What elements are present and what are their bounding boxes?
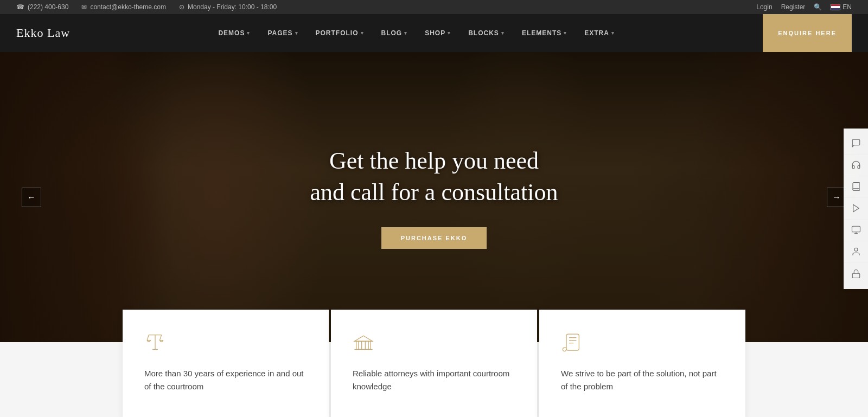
topbar: ☎ (222) 400-630 ✉ contact@ekko-theme.com… xyxy=(0,0,868,14)
scale-icon xyxy=(144,331,307,356)
svg-point-22 xyxy=(854,248,858,251)
sidebar-book-icon[interactable] xyxy=(844,176,868,198)
nav-blog[interactable]: BLOG ▾ xyxy=(374,14,416,52)
feature-text-attorneys: Reliable attorneys with important courtr… xyxy=(353,367,515,393)
nav-demos[interactable]: DEMOS ▾ xyxy=(210,14,258,52)
features-grid: More than 30 years of experience in and … xyxy=(0,342,868,417)
site-logo[interactable]: Ekko Law xyxy=(16,26,70,40)
sidebar-chat-icon[interactable] xyxy=(844,133,868,155)
topbar-right: Login Register 🔍 EN xyxy=(756,3,852,11)
header: Ekko Law DEMOS ▾ PAGES ▾ PORTFOLIO ▾ BLO… xyxy=(0,14,868,52)
phone-info: ☎ (222) 400-630 xyxy=(16,3,68,11)
chevron-down-icon: ▾ xyxy=(564,30,567,36)
hours-info: ⊙ Monday - Friday: 10:00 - 18:00 xyxy=(179,3,277,11)
hero-cta-button[interactable]: PURCHASE EKKO xyxy=(381,227,487,249)
sidebar-icons-panel xyxy=(844,129,868,289)
svg-line-2 xyxy=(147,335,149,341)
nav-elements[interactable]: ELEMENTS ▾ xyxy=(514,14,575,52)
svg-rect-19 xyxy=(852,226,860,232)
chevron-down-icon: ▾ xyxy=(404,30,407,36)
chevron-down-icon: ▾ xyxy=(448,30,451,36)
feature-text-solution: We strive to be part of the solution, no… xyxy=(561,367,724,393)
sidebar-headset-icon[interactable] xyxy=(844,155,868,176)
hero-section: ← Get the help you need and call for a c… xyxy=(0,52,868,342)
feature-text-experience: More than 30 years of experience in and … xyxy=(144,367,307,393)
hero-content: Get the help you need and call for a con… xyxy=(310,145,558,248)
search-icon[interactable]: 🔍 xyxy=(814,3,822,11)
feature-card-experience: More than 30 years of experience in and … xyxy=(123,310,329,417)
flag-icon xyxy=(831,4,840,10)
clock-icon: ⊙ xyxy=(179,3,184,11)
phone-number: (222) 400-630 xyxy=(28,3,68,11)
enquire-button[interactable]: ENQUIRE HERE xyxy=(763,14,852,52)
svg-rect-23 xyxy=(852,273,860,278)
language-label: EN xyxy=(843,3,852,11)
chevron-down-icon: ▾ xyxy=(611,30,615,36)
sidebar-monitor-icon[interactable] xyxy=(844,220,868,241)
main-nav: DEMOS ▾ PAGES ▾ PORTFOLIO ▾ BLOG ▾ SHOP … xyxy=(70,14,763,52)
svg-marker-13 xyxy=(354,336,372,341)
register-link[interactable]: Register xyxy=(781,3,806,11)
mail-icon: ✉ xyxy=(81,3,87,11)
arrow-left-icon: ← xyxy=(27,193,36,202)
hero-title: Get the help you need and call for a con… xyxy=(310,145,558,207)
nav-extra[interactable]: EXTRA ▾ xyxy=(577,14,622,52)
email-address: contact@ekko-theme.com xyxy=(90,3,166,11)
feature-card-attorneys: Reliable attorneys with important courtr… xyxy=(331,310,537,417)
nav-pages[interactable]: PAGES ▾ xyxy=(260,14,305,52)
chevron-down-icon: ▾ xyxy=(247,30,250,36)
sidebar-user-icon[interactable] xyxy=(844,241,868,263)
feature-card-solution: We strive to be part of the solution, no… xyxy=(539,310,745,417)
scroll-icon xyxy=(561,331,724,356)
chevron-down-icon: ▾ xyxy=(361,30,364,36)
sidebar-lock-icon[interactable] xyxy=(844,263,868,285)
svg-marker-18 xyxy=(853,204,859,212)
chevron-down-icon: ▾ xyxy=(295,30,298,36)
building-icon xyxy=(353,331,515,356)
slider-prev-button[interactable]: ← xyxy=(22,188,41,207)
features-section: More than 30 years of experience in and … xyxy=(0,342,868,417)
arrow-right-icon: → xyxy=(832,193,841,202)
phone-icon: ☎ xyxy=(16,3,24,11)
chevron-down-icon: ▾ xyxy=(501,30,505,36)
svg-line-4 xyxy=(159,335,161,341)
business-hours: Monday - Friday: 10:00 - 18:00 xyxy=(188,3,277,11)
sidebar-video-icon[interactable] xyxy=(844,198,868,220)
topbar-left: ☎ (222) 400-630 ✉ contact@ekko-theme.com… xyxy=(16,3,277,11)
language-selector[interactable]: EN xyxy=(831,3,852,11)
nav-blocks[interactable]: BLOCKS ▾ xyxy=(461,14,512,52)
email-info: ✉ contact@ekko-theme.com xyxy=(81,3,166,11)
login-link[interactable]: Login xyxy=(756,3,772,11)
nav-shop[interactable]: SHOP ▾ xyxy=(417,14,458,52)
nav-portfolio[interactable]: PORTFOLIO ▾ xyxy=(308,14,372,52)
